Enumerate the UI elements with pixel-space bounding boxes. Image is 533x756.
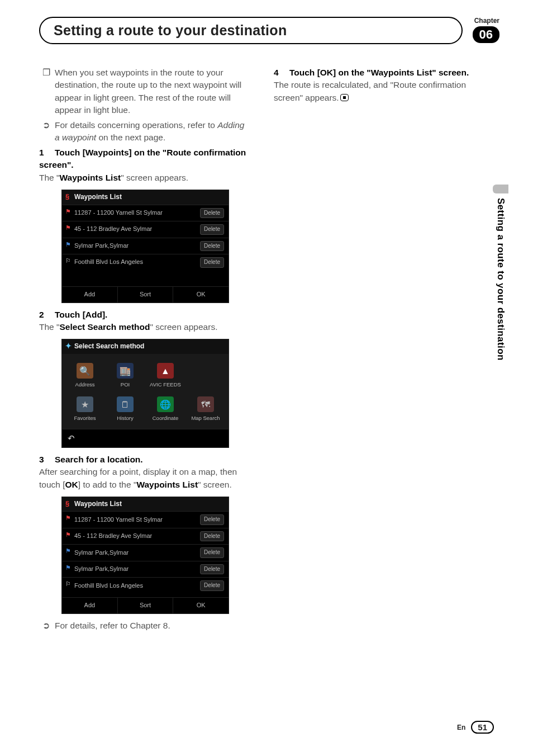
ref-prefix: For details concerning operations, refer…	[55, 120, 217, 130]
ok-button[interactable]: OK	[173, 598, 229, 613]
step2-heading: Touch [Add].	[55, 310, 107, 319]
tile-poi[interactable]: 🏬POI	[106, 358, 145, 391]
side-tab: Setting a route to your destination	[495, 198, 506, 361]
step3-body-bold1: OK	[65, 480, 78, 489]
delete-button[interactable]: Delete	[200, 547, 224, 558]
add-button[interactable]: Add	[62, 287, 118, 303]
note-icon: ❐	[42, 67, 55, 117]
select-search-method-screenshot: ✦ Select Search method 🔍Address 🏬POI ▲AV…	[61, 339, 229, 447]
delete-button[interactable]: Delete	[200, 531, 224, 542]
step3-body-post: " screen.	[198, 480, 232, 489]
tile-favorites[interactable]: ★Favorites	[65, 392, 104, 424]
sort-button[interactable]: Sort	[118, 598, 174, 613]
step1-body-pre: The "	[39, 173, 60, 182]
footer-page-number: 51	[471, 721, 494, 734]
step4-heading: Touch [OK] on the "Waypoints List" scree…	[289, 68, 469, 77]
tile-coord-label: Coordinate	[153, 414, 178, 422]
step4-number: 4	[274, 67, 289, 79]
page-title-bubble: Setting a route to your destination	[39, 17, 463, 44]
ss1-row3: Foothill Blvd Los Angeles	[74, 258, 143, 267]
tile-avic-feeds[interactable]: ▲AVIC FEEDS	[146, 358, 185, 391]
reference-icon: ➲	[42, 119, 55, 144]
step1-body-post: " screen appears.	[121, 173, 188, 182]
step1-heading: Touch [Waypoints] on the "Route confirma…	[39, 148, 246, 169]
reference-icon: ➲	[42, 620, 55, 632]
ss3-title: Waypoints List	[74, 500, 122, 508]
step3-body-mid: ] to add to the "	[78, 480, 137, 489]
step2-body-pre: The "	[39, 322, 60, 332]
tile-address[interactable]: 🔍Address	[65, 358, 104, 391]
delete-button[interactable]: Delete	[200, 514, 224, 525]
flag-icon: ⚑	[65, 514, 71, 523]
flag-icon: ⚑	[65, 224, 71, 233]
delete-button[interactable]: Delete	[200, 208, 224, 219]
delete-button[interactable]: Delete	[200, 580, 224, 591]
step1-number: 1	[39, 147, 55, 159]
step2-body-bold: Select Search method	[60, 322, 150, 332]
tile-coordinate[interactable]: 🌐Coordinate	[146, 392, 185, 424]
ss3-row4: Foothill Blvd Los Angeles	[74, 582, 143, 590]
tile-history[interactable]: 🗒History	[106, 392, 145, 424]
chapter-number: 06	[473, 26, 499, 43]
tile-map-search[interactable]: 🗺Map Search	[186, 392, 225, 424]
ss1-title: Waypoints List	[74, 193, 122, 201]
tile-empty	[186, 358, 225, 391]
step2-number: 2	[39, 309, 55, 321]
footer-lang: En	[457, 724, 465, 731]
right-column: 4Touch [OK] on the "Waypoints List" scre…	[274, 67, 486, 634]
flag-icon: ⚑	[65, 547, 71, 556]
flag-icon: ⚐	[65, 257, 71, 266]
step3-number: 3	[39, 453, 55, 466]
tile-avic-label: AVIC FEEDS	[150, 381, 181, 389]
ss3-row1: 45 - 112 Bradley Ave Sylmar	[74, 532, 152, 541]
ss1-row2: Sylmar Park,Sylmar	[74, 242, 129, 251]
section-end-icon	[340, 94, 349, 101]
delete-button[interactable]: Delete	[200, 257, 224, 268]
tile-poi-label: POI	[121, 381, 130, 389]
chapter-label: Chapter	[473, 17, 499, 25]
sort-button[interactable]: Sort	[118, 287, 174, 303]
note-text: When you set waypoints in the route to y…	[55, 67, 251, 117]
step3-body-bold2: Waypoints List	[136, 480, 198, 489]
flag-icon: ⚑	[65, 240, 71, 249]
reference-text: For details concerning operations, refer…	[55, 119, 251, 144]
flag-icon: ⚐	[65, 580, 71, 589]
page-footer: En 51	[457, 721, 494, 734]
ss3-row0: 11287 - 11200 Yarnell St Sylmar	[74, 516, 163, 525]
ok-button[interactable]: OK	[173, 287, 229, 303]
search-title-icon: ✦	[65, 341, 72, 352]
chapter-block: Chapter 06	[473, 17, 499, 43]
delete-button[interactable]: Delete	[200, 241, 224, 252]
tile-hist-label: History	[117, 414, 134, 422]
route-icon: §	[65, 192, 69, 202]
waypoints-list-screenshot-1: § Waypoints List ⚑11287 - 11200 Yarnell …	[61, 190, 229, 303]
side-tab-decoration	[493, 185, 508, 193]
ss3-row3: Sylmar Park,Sylmar	[74, 565, 129, 574]
step2-body-post: " screen appears.	[150, 322, 217, 332]
ss1-row0: 11287 - 11200 Yarnell St Sylmar	[74, 209, 163, 218]
left-column: ❐ When you set waypoints in the route to…	[39, 67, 251, 634]
tile-map-label: Map Search	[191, 414, 220, 422]
ss2-title: Select Search method	[74, 342, 144, 350]
ref-suffix: on the next page.	[96, 133, 165, 142]
back-button[interactable]: ↶	[62, 429, 229, 447]
flag-icon: ⚑	[65, 531, 71, 540]
tile-address-label: Address	[75, 381, 95, 389]
waypoints-list-screenshot-2: § Waypoints List ⚑11287 - 11200 Yarnell …	[61, 497, 229, 614]
delete-button[interactable]: Delete	[200, 224, 224, 235]
ss3-row2: Sylmar Park,Sylmar	[74, 549, 129, 557]
tile-fav-label: Favorites	[74, 414, 96, 422]
ss1-row1: 45 - 112 Bradley Ave Sylmar	[74, 225, 152, 234]
route-icon: §	[65, 499, 69, 509]
step1-body-bold: Waypoints List	[60, 173, 121, 182]
flag-icon: ⚑	[65, 564, 71, 573]
step3-heading: Search for a location.	[55, 455, 143, 464]
reference-text-2: For details, refer to Chapter 8.	[55, 620, 170, 632]
page-title: Setting a route to your destination	[54, 22, 287, 39]
step4-body: The route is recalculated, and "Route co…	[274, 80, 466, 102]
flag-icon: ⚑	[65, 207, 71, 216]
add-button[interactable]: Add	[62, 598, 118, 613]
delete-button[interactable]: Delete	[200, 564, 224, 575]
